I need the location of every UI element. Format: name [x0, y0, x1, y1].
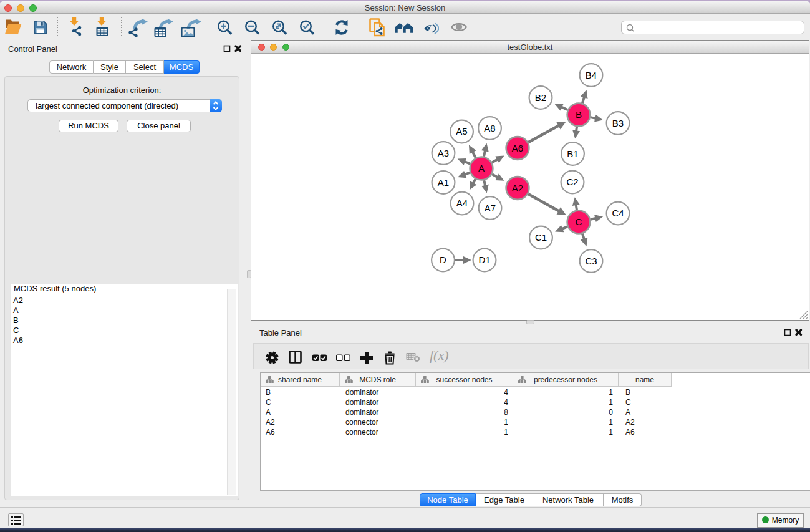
svg-text:B4: B4 [586, 70, 597, 80]
svg-text:A7: A7 [485, 203, 496, 213]
svg-text:C3: C3 [585, 256, 597, 266]
svg-text:C1: C1 [535, 232, 547, 243]
svg-text:A4: A4 [456, 198, 468, 208]
svg-text:B2: B2 [535, 92, 546, 103]
svg-text:B3: B3 [612, 118, 624, 128]
svg-text:A2: A2 [512, 183, 523, 193]
svg-text:D: D [440, 254, 446, 265]
svg-text:A6: A6 [512, 143, 523, 153]
svg-text:B: B [576, 109, 582, 120]
svg-text:A1: A1 [438, 177, 449, 188]
svg-text:A8: A8 [484, 123, 495, 133]
svg-text:B1: B1 [567, 148, 578, 159]
svg-text:A5: A5 [456, 126, 467, 137]
svg-text:C4: C4 [612, 208, 624, 218]
svg-text:C2: C2 [566, 177, 578, 187]
svg-text:A3: A3 [438, 148, 449, 158]
svg-text:C: C [576, 216, 582, 227]
svg-text:A: A [478, 163, 485, 173]
svg-text:D1: D1 [478, 254, 490, 265]
